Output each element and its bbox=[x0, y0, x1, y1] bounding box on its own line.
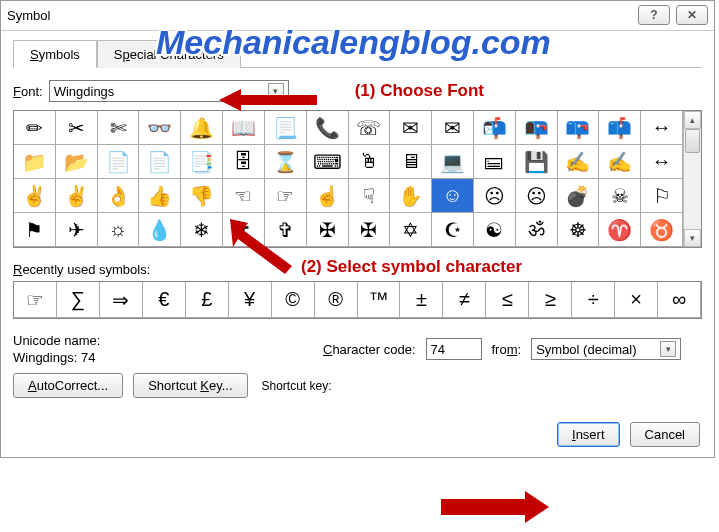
unicode-name-value: Wingdings: 74 bbox=[13, 350, 313, 365]
recent-symbol-cell[interactable]: ± bbox=[400, 282, 443, 318]
symbol-cell[interactable]: 🖴 bbox=[474, 145, 516, 179]
symbol-cell[interactable]: ☞ bbox=[265, 179, 307, 213]
symbol-cell[interactable]: ☟ bbox=[349, 179, 391, 213]
recent-symbol-cell[interactable]: × bbox=[615, 282, 658, 318]
scroll-thumb[interactable] bbox=[685, 129, 700, 153]
symbol-cell[interactable]: ✉ bbox=[432, 111, 474, 145]
svg-marker-0 bbox=[219, 89, 317, 111]
autocorrect-button[interactable]: AutoCorrect... bbox=[13, 373, 123, 398]
symbol-cell[interactable]: ⌨ bbox=[307, 145, 349, 179]
symbol-cell[interactable]: 💣 bbox=[558, 179, 600, 213]
symbol-cell[interactable]: ⚑ bbox=[14, 213, 56, 247]
symbol-cell[interactable]: 📪 bbox=[558, 111, 600, 145]
recent-grid: ☞∑⇒€£¥©®™±≠≤≥÷×∞ bbox=[13, 281, 702, 319]
symbol-cell[interactable]: ☯ bbox=[474, 213, 516, 247]
symbol-cell[interactable]: 👌 bbox=[98, 179, 140, 213]
recent-symbol-cell[interactable]: © bbox=[272, 282, 315, 318]
recent-symbol-cell[interactable]: ≠ bbox=[443, 282, 486, 318]
symbol-cell[interactable]: ॐ bbox=[516, 213, 558, 247]
recent-symbol-cell[interactable]: ¥ bbox=[229, 282, 272, 318]
symbol-cell[interactable]: 👎 bbox=[181, 179, 223, 213]
tab-special-characters[interactable]: Special Characters bbox=[97, 40, 241, 68]
recent-symbol-cell[interactable]: ™ bbox=[358, 282, 401, 318]
symbol-cell[interactable]: ♈ bbox=[599, 213, 641, 247]
symbol-cell[interactable]: ✌ bbox=[14, 179, 56, 213]
recent-symbol-cell[interactable]: ⇒ bbox=[100, 282, 143, 318]
help-button[interactable]: ? bbox=[638, 5, 670, 25]
symbol-cell[interactable]: ⌛ bbox=[265, 145, 307, 179]
symbol-cell[interactable]: 💧 bbox=[139, 213, 181, 247]
symbol-cell[interactable]: 📫 bbox=[599, 111, 641, 145]
symbol-cell[interactable]: ❄ bbox=[181, 213, 223, 247]
scroll-down-icon[interactable]: ▾ bbox=[684, 229, 701, 247]
symbol-cell[interactable]: ✄ bbox=[98, 111, 140, 145]
char-code-input[interactable] bbox=[426, 338, 482, 360]
symbol-cell[interactable]: 🔔 bbox=[181, 111, 223, 145]
symbol-cell[interactable]: ⚐ bbox=[641, 179, 683, 213]
symbol-cell[interactable]: ↔ bbox=[641, 111, 683, 145]
recent-symbol-cell[interactable]: € bbox=[143, 282, 186, 318]
symbol-cell[interactable]: 💻 bbox=[432, 145, 474, 179]
recent-symbol-cell[interactable]: ® bbox=[315, 282, 358, 318]
symbol-cell[interactable]: 👍 bbox=[139, 179, 181, 213]
scroll-up-icon[interactable]: ▴ bbox=[684, 111, 701, 129]
shortcut-key-button[interactable]: Shortcut Key... bbox=[133, 373, 247, 398]
symbol-cell[interactable]: 🖥 bbox=[390, 145, 432, 179]
symbol-cell[interactable]: ☠ bbox=[599, 179, 641, 213]
recent-symbol-cell[interactable]: ∞ bbox=[658, 282, 701, 318]
symbol-cell[interactable]: 📖 bbox=[223, 111, 265, 145]
symbol-cell[interactable]: 📄 bbox=[139, 145, 181, 179]
symbol-cell[interactable]: ✋ bbox=[390, 179, 432, 213]
symbol-cell[interactable]: 📄 bbox=[98, 145, 140, 179]
symbol-cell[interactable]: ↔ bbox=[641, 145, 683, 179]
symbol-cell[interactable]: 💾 bbox=[516, 145, 558, 179]
close-button[interactable]: ✕ bbox=[676, 5, 708, 25]
symbol-cell[interactable]: ✡ bbox=[390, 213, 432, 247]
recent-symbol-cell[interactable]: ☞ bbox=[14, 282, 57, 318]
symbol-cell[interactable]: ✏ bbox=[14, 111, 56, 145]
symbol-cell[interactable]: ☪ bbox=[432, 213, 474, 247]
symbol-cell[interactable]: ✍ bbox=[558, 145, 600, 179]
from-combobox[interactable]: Symbol (decimal) ▾ bbox=[531, 338, 681, 360]
recent-symbol-cell[interactable]: ≥ bbox=[529, 282, 572, 318]
symbol-cell[interactable]: 🗄 bbox=[223, 145, 265, 179]
insert-button[interactable]: Insert bbox=[557, 422, 620, 447]
from-value: Symbol (decimal) bbox=[536, 342, 636, 357]
font-label: Font: bbox=[13, 84, 43, 99]
cancel-button[interactable]: Cancel bbox=[630, 422, 700, 447]
scrollbar[interactable]: ▴ ▾ bbox=[683, 111, 701, 247]
symbol-cell[interactable]: 📬 bbox=[474, 111, 516, 145]
symbol-cell[interactable]: 🖱 bbox=[349, 145, 391, 179]
tab-symbols[interactable]: Symbols bbox=[13, 40, 97, 68]
symbol-cell[interactable]: ☼ bbox=[98, 213, 140, 247]
char-code-label: Character code: bbox=[323, 342, 416, 357]
symbol-cell[interactable]: ✉ bbox=[390, 111, 432, 145]
symbol-cell[interactable]: ☏ bbox=[349, 111, 391, 145]
symbol-cell[interactable]: ♉ bbox=[641, 213, 683, 247]
symbol-cell[interactable]: 👓 bbox=[139, 111, 181, 145]
symbol-cell[interactable]: 📞 bbox=[307, 111, 349, 145]
symbol-cell[interactable]: ☸ bbox=[558, 213, 600, 247]
recent-symbol-cell[interactable]: ≤ bbox=[486, 282, 529, 318]
symbol-cell[interactable]: 📃 bbox=[265, 111, 307, 145]
recent-symbol-cell[interactable]: £ bbox=[186, 282, 229, 318]
symbol-cell[interactable]: 📁 bbox=[14, 145, 56, 179]
symbol-cell[interactable]: ☜ bbox=[223, 179, 265, 213]
symbol-cell[interactable]: ☺ bbox=[432, 179, 474, 213]
recent-symbol-cell[interactable]: ∑ bbox=[57, 282, 100, 318]
recent-symbol-cell[interactable]: ÷ bbox=[572, 282, 615, 318]
symbol-cell[interactable]: 📑 bbox=[181, 145, 223, 179]
symbol-cell[interactable]: ☝ bbox=[307, 179, 349, 213]
annotation-select-symbol: (2) Select symbol character bbox=[301, 257, 522, 277]
symbol-cell[interactable]: ✍ bbox=[599, 145, 641, 179]
symbol-cell[interactable]: ✈ bbox=[56, 213, 98, 247]
symbol-cell[interactable]: 📭 bbox=[516, 111, 558, 145]
symbol-cell[interactable]: ☹ bbox=[474, 179, 516, 213]
symbol-cell[interactable]: 📂 bbox=[56, 145, 98, 179]
annotation-choose-font: (1) Choose Font bbox=[355, 81, 484, 101]
symbol-cell[interactable]: ✌ bbox=[56, 179, 98, 213]
symbol-cell[interactable]: ✠ bbox=[349, 213, 391, 247]
symbol-cell[interactable]: ✠ bbox=[307, 213, 349, 247]
symbol-cell[interactable]: ☹ bbox=[516, 179, 558, 213]
symbol-cell[interactable]: ✂ bbox=[56, 111, 98, 145]
